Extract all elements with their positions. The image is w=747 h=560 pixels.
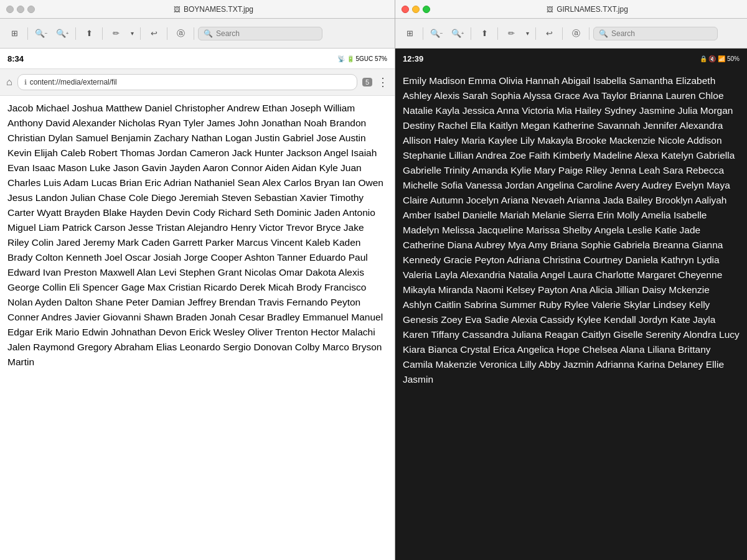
left-min-button[interactable] bbox=[17, 6, 24, 13]
left-names-text: Jacob Michael Joshua Matthew Daniel Chri… bbox=[7, 101, 387, 370]
left-url-text: content://media/external/fil bbox=[30, 78, 350, 86]
right-time: 12:39 bbox=[403, 54, 423, 63]
right-title-text: GIRLNAMES.TXT.jpg bbox=[557, 5, 628, 14]
left-time: 8:34 bbox=[7, 54, 24, 63]
right-share[interactable]: ⬆ bbox=[475, 25, 494, 42]
right-window: 🖼 GIRLNAMES.TXT.jpg ⊞ 🔍− 🔍+ ⬆ ✏ ▾ ↩ ⓐ 🔍 … bbox=[395, 0, 747, 560]
right-divider-1 bbox=[423, 27, 423, 40]
right-zoom-in[interactable]: 🔍+ bbox=[448, 25, 467, 42]
left-annotate[interactable]: ⓐ bbox=[171, 25, 190, 42]
right-traffic-lights bbox=[402, 6, 430, 13]
right-content: Emily Madison Emma Olivia Hannah Abigail… bbox=[395, 68, 747, 560]
right-divider-5 bbox=[562, 27, 563, 40]
left-toolbar: ⊞ 🔍− 🔍+ ⬆ ✏ ▾ ↩ ⓐ 🔍 bbox=[0, 19, 395, 49]
left-markup-chevron[interactable]: ▾ bbox=[128, 25, 136, 42]
right-title: 🖼 GIRLNAMES.TXT.jpg bbox=[434, 5, 741, 14]
right-rotate[interactable]: ↩ bbox=[540, 25, 558, 42]
left-rotate[interactable]: ↩ bbox=[144, 25, 163, 42]
left-zoom-out[interactable]: 🔍− bbox=[32, 25, 50, 42]
left-more-icon[interactable]: ⋮ bbox=[377, 75, 388, 89]
right-status-bar: 12:39 🔒 🔇 📶 50% bbox=[395, 49, 747, 68]
left-browser-bar[interactable]: ⌂ ℹ content://media/external/fil 5 ⋮ bbox=[0, 68, 395, 96]
left-close-button[interactable] bbox=[6, 6, 14, 13]
left-title-bar: 🖼 BOYNAMES.TXT.jpg bbox=[0, 0, 395, 19]
left-home-icon[interactable]: ⌂ bbox=[6, 77, 12, 88]
left-status-icons: 📡 🔋 5GUC 57% bbox=[337, 55, 387, 62]
right-search-bar[interactable]: 🔍 bbox=[593, 27, 718, 40]
right-divider-3 bbox=[497, 27, 498, 40]
right-status-icons: 🔒 🔇 📶 50% bbox=[700, 55, 740, 62]
left-search-icon: 🔍 bbox=[204, 29, 213, 38]
left-title: 🖼 BOYNAMES.TXT.jpg bbox=[39, 5, 388, 14]
left-traffic-lights bbox=[6, 6, 35, 13]
right-min-button[interactable] bbox=[412, 6, 420, 13]
right-names-text: Emily Madison Emma Olivia Hannah Abigail… bbox=[403, 73, 740, 387]
left-url-bar[interactable]: ℹ content://media/external/fil bbox=[17, 74, 357, 90]
left-divider-3 bbox=[102, 27, 103, 40]
right-toolbar: ⊞ 🔍− 🔍+ ⬆ ✏ ▾ ↩ ⓐ 🔍 bbox=[395, 19, 747, 49]
right-search-input[interactable] bbox=[611, 29, 712, 38]
left-title-icon: 🖼 bbox=[174, 6, 181, 13]
left-divider-1 bbox=[27, 27, 28, 40]
left-sidebar-toggle[interactable]: ⊞ bbox=[5, 25, 24, 42]
left-phone-screen: 8:34 📡 🔋 5GUC 57% ⌂ ℹ content://media/ex… bbox=[0, 49, 395, 560]
right-phone-screen: 12:39 🔒 🔇 📶 50% Emily Madison Emma Olivi… bbox=[395, 49, 747, 560]
right-zoom-out[interactable]: 🔍− bbox=[427, 25, 446, 42]
right-max-button[interactable] bbox=[423, 6, 430, 13]
right-title-bar: 🖼 GIRLNAMES.TXT.jpg bbox=[395, 0, 747, 19]
right-sidebar-toggle[interactable]: ⊞ bbox=[400, 25, 419, 42]
right-phone-container: 12:39 🔒 🔇 📶 50% Emily Madison Emma Olivi… bbox=[395, 49, 747, 560]
left-search-input[interactable] bbox=[216, 29, 317, 38]
left-zoom-in[interactable]: 🔍+ bbox=[53, 25, 72, 42]
left-phone-container: 8:34 📡 🔋 5GUC 57% ⌂ ℹ content://media/ex… bbox=[0, 49, 395, 560]
left-status-bar: 8:34 📡 🔋 5GUC 57% bbox=[0, 49, 395, 68]
right-search-icon: 🔍 bbox=[599, 29, 608, 38]
right-divider-6 bbox=[589, 27, 590, 40]
left-divider-6 bbox=[194, 27, 194, 40]
right-annotate[interactable]: ⓐ bbox=[566, 25, 585, 42]
left-status-text: 📡 🔋 5GUC 57% bbox=[337, 55, 387, 62]
right-status-text: 🔒 🔇 📶 50% bbox=[700, 55, 740, 62]
left-divider-2 bbox=[75, 27, 76, 40]
left-markup[interactable]: ✏ bbox=[106, 25, 125, 42]
left-content: Jacob Michael Joshua Matthew Daniel Chri… bbox=[0, 96, 395, 560]
right-markup[interactable]: ✏ bbox=[502, 25, 520, 42]
left-info-icon: ℹ bbox=[24, 78, 27, 86]
left-max-button[interactable] bbox=[27, 6, 35, 13]
left-share[interactable]: ⬆ bbox=[80, 25, 98, 42]
left-divider-5 bbox=[167, 27, 167, 40]
left-divider-4 bbox=[140, 27, 141, 40]
right-divider-2 bbox=[471, 27, 471, 40]
left-tab-badge[interactable]: 5 bbox=[362, 78, 372, 86]
right-close-button[interactable] bbox=[402, 6, 409, 13]
left-title-text: BOYNAMES.TXT.jpg bbox=[184, 5, 253, 14]
right-title-icon: 🖼 bbox=[547, 6, 553, 13]
left-search-bar[interactable]: 🔍 bbox=[198, 27, 322, 40]
right-markup-chevron[interactable]: ▾ bbox=[523, 25, 532, 42]
right-divider-4 bbox=[535, 27, 536, 40]
left-window: 🖼 BOYNAMES.TXT.jpg ⊞ 🔍− 🔍+ ⬆ ✏ ▾ ↩ ⓐ 🔍 8… bbox=[0, 0, 395, 560]
